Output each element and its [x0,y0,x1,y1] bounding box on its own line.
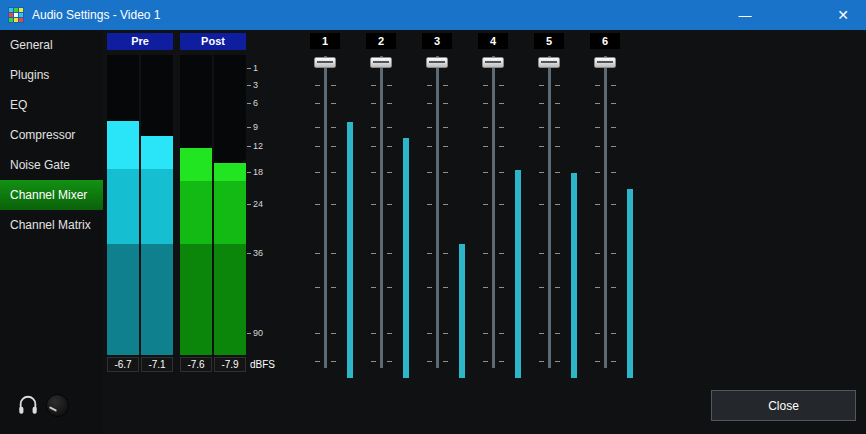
channel-3-label: 3 [422,33,452,49]
fader-tick [539,85,544,86]
fader-tick [387,253,392,254]
fader-tick [555,204,560,205]
scale-tick-24: 24 [247,199,263,209]
pre-meter-1-unlit [107,55,139,121]
dbfs-unit-label: dBFS [250,359,275,370]
fader-tick [427,204,432,205]
sidebar-item-channel-matrix[interactable]: Channel Matrix [0,210,103,240]
scale-tick-label: 12 [253,141,263,151]
fader-tick [371,172,376,173]
fader-tick [499,172,504,173]
channel-2-fader-handle[interactable] [370,57,392,68]
fader-tick [443,127,448,128]
fader-tick [315,103,320,104]
fader-tick [443,85,448,86]
fader-tick [539,253,544,254]
sidebar-item-plugins[interactable]: Plugins [0,60,103,90]
scale-tick-label: 1 [253,63,258,73]
sidebar-item-general[interactable]: General [0,30,103,60]
fader-tick [499,361,504,362]
fader-tick [499,85,504,86]
post-meter-value-2: -7.9 [214,357,246,372]
fader-tick [387,85,392,86]
fader-tick [387,204,392,205]
channel-6-meter [627,189,633,378]
fader-tick [483,361,488,362]
sidebar-item-noise-gate[interactable]: Noise Gate [0,150,103,180]
pre-meter-value-2: -7.1 [141,357,173,372]
headphone-volume-knob[interactable] [46,394,69,417]
scale-tick-dash [247,103,251,104]
fader-tick [539,172,544,173]
fader-tick [539,333,544,334]
scale-tick-dash [247,333,251,334]
fader-tick [315,127,320,128]
channel-5-fader-handle[interactable] [538,57,560,68]
fader-tick [427,103,432,104]
fader-tick [315,361,320,362]
fader-tick [539,287,544,288]
fader-tick [443,146,448,147]
pre-group-label: Pre [107,33,173,50]
channel-4-fader-track[interactable] [492,56,495,368]
fader-tick [387,333,392,334]
scale-tick-1: 1 [247,63,258,73]
channel-6-label: 6 [590,33,620,49]
close-button[interactable]: Close [711,390,856,421]
sidebar-item-eq[interactable]: EQ [0,90,103,120]
titlebar[interactable]: Audio Settings - Video 1 — ✕ [0,0,866,30]
fader-tick [443,333,448,334]
scale-tick-label: 6 [253,98,258,108]
fader-tick [443,253,448,254]
fader-tick [555,253,560,254]
sidebar-item-channel-mixer[interactable]: Channel Mixer [0,180,103,210]
fader-tick [331,253,336,254]
headphones-icon[interactable] [17,394,39,416]
channel-1-fader-track[interactable] [324,56,327,368]
fader-tick [443,287,448,288]
fader-tick [371,287,376,288]
fader-tick [595,85,600,86]
channel-1-label: 1 [310,33,340,49]
fader-tick [611,127,616,128]
channel-1-meter [347,122,353,378]
scale-tick-label: 9 [253,122,258,132]
close-window-button[interactable]: ✕ [820,0,866,30]
channel-6-fader-track[interactable] [604,56,607,368]
channel-2-label: 2 [366,33,396,49]
scale-tick-6: 6 [247,98,258,108]
fader-tick [611,361,616,362]
channel-3-fader-track[interactable] [436,56,439,368]
minimize-button[interactable]: — [722,0,768,30]
knob-pointer [49,406,57,412]
fader-tick [443,204,448,205]
fader-tick [483,127,488,128]
fader-tick [595,361,600,362]
scale-tick-label: 24 [253,199,263,209]
fader-tick [387,127,392,128]
fader-tick [555,333,560,334]
channel-4-fader-handle[interactable] [482,57,504,68]
fader-tick [387,146,392,147]
channel-1-fader-handle[interactable] [314,57,336,68]
channel-2-fader-track[interactable] [380,56,383,368]
fader-tick [387,103,392,104]
fader-tick [371,103,376,104]
scale-tick-36: 36 [247,248,263,258]
window-title: Audio Settings - Video 1 [32,8,161,22]
pre-meter-value-1: -6.7 [107,357,139,372]
sidebar-item-compressor[interactable]: Compressor [0,120,103,150]
fader-tick [483,333,488,334]
channel-3-fader-handle[interactable] [426,57,448,68]
fader-tick [611,287,616,288]
post-meter-2 [214,55,246,355]
fader-tick [315,253,320,254]
post-meter-value-1: -7.6 [180,357,212,372]
post-meter-1-unlit [180,55,212,148]
app-icon [8,7,24,23]
fader-tick [483,146,488,147]
fader-tick [595,103,600,104]
channel-6-fader-handle[interactable] [594,57,616,68]
channel-5-fader-track[interactable] [548,56,551,368]
fader-tick [443,172,448,173]
